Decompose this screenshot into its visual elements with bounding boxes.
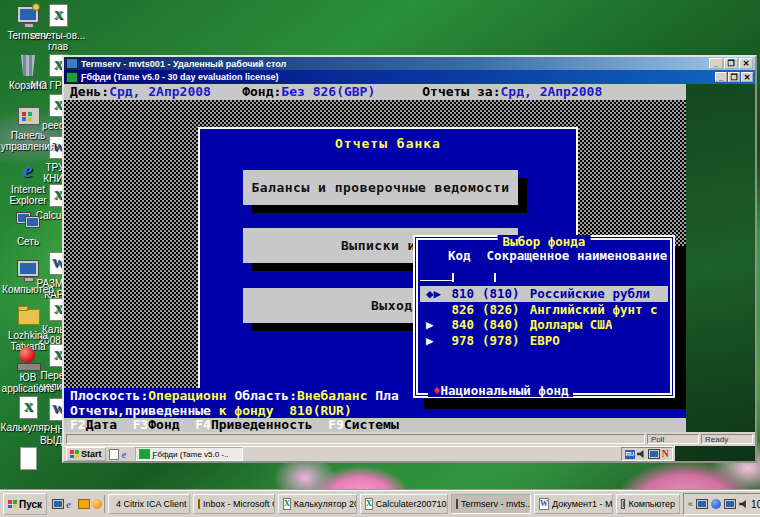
- task-label: 4 Citrix ICA Client ...: [116, 499, 190, 509]
- balances-button[interactable]: Балансы и проверочные ведомости: [243, 170, 518, 205]
- language-indicator[interactable]: RU: [625, 450, 635, 459]
- word-icon: W: [539, 498, 549, 510]
- tray-blue-app-icon[interactable]: [711, 499, 721, 509]
- desktop-icon-folder-lozhkina[interactable]: Lozhkina Tatyana: [0, 304, 56, 352]
- desktop-icon-recycle-bin[interactable]: Корзина: [0, 54, 56, 91]
- task-label: Termserv - mvts...: [461, 499, 531, 509]
- task-word-document1[interactable]: WДокумент1 - Micros...: [534, 494, 613, 514]
- task-excel-calculater20071024[interactable]: XCalculater20071024: [360, 494, 448, 514]
- remote-start-button[interactable]: Start: [66, 447, 106, 461]
- excel-icon: X: [365, 498, 373, 510]
- ie-quicklaunch-icon[interactable]: e: [66, 499, 76, 509]
- name-column-header: Сокращенное наименование: [487, 248, 668, 263]
- task-inbox-outlook[interactable]: Inbox - Microsoft O...: [193, 494, 275, 514]
- window-title: Termserv - mvts001 - Удаленный рабочий с…: [81, 59, 708, 69]
- tame-titlebar[interactable]: Ƒбфди (Tame v5.0 - 30 day evaluation lic…: [64, 70, 755, 84]
- area-value: Внебаланс: [297, 388, 367, 403]
- maximize-button[interactable]: ❐: [728, 72, 740, 82]
- remote-task-tame[interactable]: Ƒбфди (Tame v5.0 -..: [135, 447, 243, 461]
- termserv-window: Termserv - mvts001 - Удаленный рабочий с…: [62, 55, 757, 463]
- fund-row-826[interactable]: 826(826)Английский фунт с: [420, 302, 668, 318]
- task-termserv-active[interactable]: Termserv - mvts...: [451, 494, 531, 514]
- task-label: Документ1 - Micros...: [552, 499, 613, 509]
- desktop-icon-uv-applications[interactable]: ЮВ applications: [0, 346, 56, 394]
- folder-icon: [15, 304, 41, 329]
- tray-speaker-icon[interactable]: [739, 500, 748, 509]
- task-computer[interactable]: Компьютер: [616, 494, 680, 514]
- task-excel-calculator2008[interactable]: XКалькулятор 2008 ...: [278, 494, 357, 514]
- quicklaunch-document-icon[interactable]: [109, 449, 119, 460]
- mail-quicklaunch-icon[interactable]: [78, 499, 90, 509]
- header-separator: [420, 280, 452, 281]
- remote-desktop-icon: [66, 58, 78, 69]
- system-tray: « 10:52: [683, 493, 760, 515]
- f9-label[interactable]: Системы: [344, 417, 399, 432]
- maximize-button[interactable]: ❐: [724, 58, 738, 69]
- f3-key[interactable]: F3: [133, 417, 149, 432]
- fund-code-paren: (978): [482, 333, 520, 349]
- f9-key[interactable]: F9: [328, 417, 344, 432]
- speaker-icon[interactable]: [637, 450, 646, 459]
- computer-icon: [15, 258, 41, 283]
- task-label: Ƒбфди (Tame v5.0 -..: [153, 450, 229, 459]
- fund-code: 826: [446, 302, 474, 318]
- plane-label: Плоскость:: [70, 388, 148, 403]
- desktop-icon-control-panel[interactable]: Панель управления: [0, 104, 56, 152]
- desktop-icon-termserv[interactable]: Termserv: [0, 4, 56, 41]
- fund-name: ЕВРО: [530, 333, 560, 349]
- termserv-titlebar[interactable]: Termserv - mvts001 - Удаленный рабочий с…: [64, 57, 755, 70]
- excel-icon: X: [283, 498, 291, 510]
- icon-label: Termserv: [0, 30, 56, 41]
- task-label: Компьютер: [628, 499, 675, 509]
- taskbar-clock: 10:52: [751, 499, 760, 510]
- excel-icon: X: [15, 396, 41, 421]
- f4-key[interactable]: F4: [195, 417, 211, 432]
- remote-desktop-icon: [15, 4, 41, 29]
- fund-select-dialog: Выбор фонда Код Сокращенное наименование…: [413, 235, 675, 398]
- fund-row-978[interactable]: ▶978(978)ЕВРО: [420, 333, 668, 349]
- status-ready: Ready: [701, 434, 753, 444]
- desktop-icon-network[interactable]: Сеть: [0, 210, 56, 247]
- dialog-title: Отчеты банка: [200, 136, 576, 151]
- fund-value: Без 826(GBP): [281, 84, 375, 99]
- f3-label[interactable]: Фонд: [148, 417, 179, 432]
- fund-list: ◆▶810(810)Российские рубли 826(826)Англи…: [420, 286, 668, 348]
- start-label: Пуск: [19, 499, 42, 510]
- area-label: Область:: [227, 388, 297, 403]
- reports-text: Отчеты,приведенные: [70, 403, 219, 418]
- fund-row-840[interactable]: ▶840(840)Доллары США: [420, 317, 668, 333]
- code-column-header: Код: [448, 248, 471, 263]
- media-player-icon[interactable]: [92, 499, 102, 509]
- desktop-icon-computer[interactable]: Компьютер: [0, 258, 56, 295]
- internet-explorer-icon: e: [15, 158, 41, 183]
- netware-icon[interactable]: N: [662, 449, 669, 459]
- tray-network-icon[interactable]: [696, 499, 708, 509]
- f2-key[interactable]: F2: [70, 417, 86, 432]
- windows-flag-icon: [70, 450, 79, 458]
- quicklaunch-ie-icon[interactable]: e: [122, 449, 132, 459]
- tray-display-icon[interactable]: [724, 499, 736, 509]
- f4-label[interactable]: Приведенность: [211, 417, 313, 432]
- fund-row-810-selected[interactable]: ◆▶810(810)Российские рубли: [420, 286, 668, 302]
- task-citrix[interactable]: 4 Citrix ICA Client ...▾: [108, 494, 190, 514]
- f2-label[interactable]: Дата: [86, 417, 117, 432]
- desktop-icon-blank-document[interactable]: [0, 446, 56, 472]
- fund-code: 840: [446, 317, 474, 333]
- display-icon[interactable]: [648, 449, 660, 459]
- start-button[interactable]: Пуск: [3, 493, 47, 515]
- reports-label: Отчеты за:: [375, 84, 500, 99]
- close-button[interactable]: ✕: [741, 72, 753, 82]
- close-button[interactable]: ✕: [739, 58, 753, 69]
- fund-code-paren: (826): [482, 302, 520, 318]
- show-desktop-icon[interactable]: [52, 499, 64, 509]
- desktop-icon-kalkulyat[interactable]: XКалькулят...: [0, 396, 56, 433]
- fund-name: Английский фунт с: [530, 302, 658, 318]
- control-panel-icon: [15, 104, 41, 129]
- column-tick: [494, 273, 496, 282]
- reports-value: Срд, 2Апр2008: [501, 84, 603, 99]
- minimize-button[interactable]: _: [709, 58, 723, 69]
- tray-chevron-icon[interactable]: «: [688, 499, 693, 509]
- minimize-button[interactable]: _: [715, 72, 727, 82]
- windows-flag-icon: [8, 500, 17, 508]
- desktop-icon-ie[interactable]: eInternet Explorer: [0, 158, 56, 206]
